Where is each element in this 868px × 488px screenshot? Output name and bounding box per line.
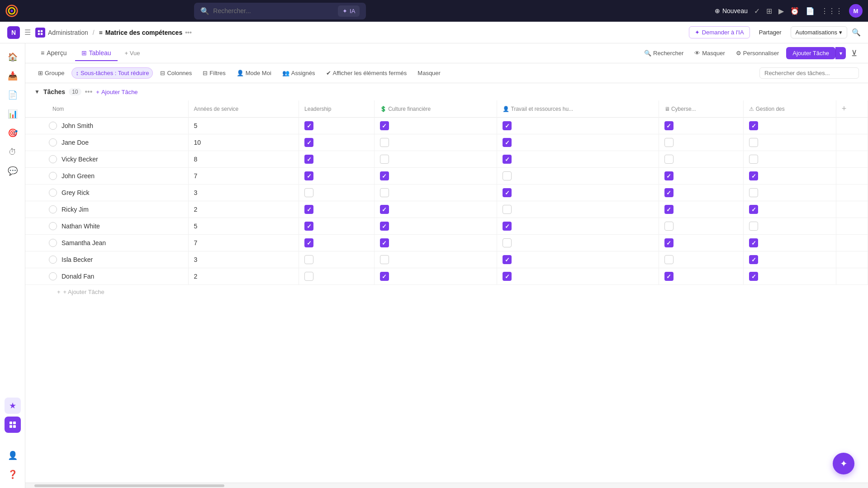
checkbox-checked[interactable] (664, 171, 674, 180)
checkbox-checked[interactable] (380, 222, 389, 231)
cell-gestion[interactable] (744, 218, 836, 235)
checkbox-empty[interactable] (664, 138, 674, 147)
checkbox-empty[interactable] (304, 188, 313, 197)
checkbox-empty[interactable] (749, 222, 758, 231)
cell-gestion[interactable] (744, 268, 836, 285)
checkbox-checked[interactable] (749, 121, 758, 130)
checkbox-checked[interactable] (304, 238, 313, 247)
cell-work[interactable] (497, 201, 659, 218)
col-add[interactable]: + (836, 100, 868, 118)
checkbox-empty[interactable] (380, 155, 389, 164)
mode-me-button[interactable]: 👤 Mode Moi (233, 68, 275, 78)
checkbox-checked[interactable] (749, 272, 758, 281)
checkbox-empty[interactable] (503, 205, 512, 214)
checkbox-checked[interactable] (380, 205, 389, 214)
cell-gestion[interactable] (744, 251, 836, 268)
add-task-inline[interactable]: + + Ajouter Tâche (25, 285, 868, 299)
new-button[interactable]: ⊕ Nouveau (715, 7, 748, 14)
checkbox-checked[interactable] (664, 121, 674, 130)
search-nav-icon[interactable]: 🔍 (852, 28, 861, 37)
checkbox-checked[interactable] (503, 188, 512, 197)
video-icon[interactable]: ▶ (778, 7, 784, 15)
checkbox-empty[interactable] (749, 138, 758, 147)
checkbox-checked[interactable] (664, 188, 674, 197)
checkbox-empty[interactable] (664, 255, 674, 264)
grid-icon[interactable]: ⊞ (766, 7, 772, 15)
cell-leadership[interactable] (299, 218, 375, 235)
checkbox-empty[interactable] (503, 171, 512, 180)
sidebar-item-home[interactable]: 🏠 (5, 49, 21, 65)
cell-leadership[interactable] (299, 268, 375, 285)
row-radio[interactable] (49, 222, 57, 230)
cell-work[interactable] (497, 185, 659, 201)
checkbox-checked[interactable] (503, 155, 512, 164)
row-radio[interactable] (49, 155, 57, 163)
checkbox-empty[interactable] (664, 155, 674, 164)
checkbox-checked[interactable] (503, 121, 512, 130)
sidebar-item-docs[interactable]: 📄 (5, 87, 21, 103)
check-icon[interactable]: ✓ (754, 7, 760, 15)
cell-work[interactable] (497, 118, 659, 134)
checkbox-empty[interactable] (749, 155, 758, 164)
horizontal-scrollbar[interactable] (25, 483, 868, 488)
cell-cyber[interactable] (659, 218, 744, 235)
sidebar-item-grid[interactable] (5, 417, 21, 433)
checkbox-checked[interactable] (304, 138, 313, 147)
checkbox-checked[interactable] (304, 205, 313, 214)
cell-culture[interactable] (374, 235, 497, 251)
checkbox-checked[interactable] (304, 155, 313, 164)
show-closed-button[interactable]: ✔ Afficher les éléments fermés (323, 68, 411, 78)
columns-button[interactable]: ⊟ Colonnes (157, 68, 195, 78)
checkbox-empty[interactable] (380, 255, 389, 264)
cell-gestion[interactable] (744, 201, 836, 218)
avatar[interactable]: M (849, 4, 863, 18)
checkbox-checked[interactable] (749, 171, 758, 180)
cell-work[interactable] (497, 218, 659, 235)
subtasks-button[interactable]: ↕ Sous-tâches : Tout réduire (71, 67, 153, 79)
doc-icon[interactable]: 📄 (806, 7, 815, 15)
clock-icon[interactable]: ⏰ (790, 7, 799, 15)
checkbox-empty[interactable] (664, 222, 674, 231)
cell-leadership[interactable] (299, 235, 375, 251)
cell-cyber[interactable] (659, 201, 744, 218)
ai-button[interactable]: ✦ IA (338, 5, 360, 17)
row-radio[interactable] (49, 122, 57, 130)
cell-cyber[interactable] (659, 168, 744, 185)
cell-cyber[interactable] (659, 118, 744, 134)
section-more-icon[interactable]: ••• (85, 88, 93, 96)
sidebar-item-favorites[interactable]: ★ (5, 398, 21, 414)
checkbox-empty[interactable] (503, 238, 512, 247)
cell-cyber[interactable] (659, 235, 744, 251)
checkbox-checked[interactable] (503, 138, 512, 147)
cell-leadership[interactable] (299, 134, 375, 151)
row-radio[interactable] (49, 138, 57, 147)
checkbox-checked[interactable] (664, 238, 674, 247)
checkbox-checked[interactable] (380, 121, 389, 130)
breadcrumb-workspace[interactable]: Administration (48, 29, 88, 36)
checkbox-empty[interactable] (749, 188, 758, 197)
cell-leadership[interactable] (299, 201, 375, 218)
cell-gestion[interactable] (744, 185, 836, 201)
cell-cyber[interactable] (659, 134, 744, 151)
cell-leadership[interactable] (299, 251, 375, 268)
checkbox-checked[interactable] (503, 255, 512, 264)
cell-gestion[interactable] (744, 118, 836, 134)
cell-culture[interactable] (374, 251, 497, 268)
checkbox-empty[interactable] (304, 255, 313, 264)
row-radio[interactable] (49, 189, 57, 197)
add-task-button[interactable]: Ajouter Tâche (786, 47, 835, 59)
sidebar-item-people[interactable]: 👤 (5, 447, 21, 464)
checkbox-checked[interactable] (749, 238, 758, 247)
sidebar-item-chat[interactable]: 💬 (5, 163, 21, 179)
workspace-badge[interactable]: N (7, 26, 20, 39)
cell-work[interactable] (497, 251, 659, 268)
checkbox-checked[interactable] (749, 255, 758, 264)
more-dots-icon[interactable]: ••• (185, 29, 192, 36)
mask-button[interactable]: 👁 Masquer (691, 48, 729, 58)
row-radio[interactable] (49, 239, 57, 247)
assigned-button[interactable]: 👥 Assignés (279, 68, 319, 78)
section-add-task[interactable]: + Ajouter Tâche (96, 89, 138, 95)
checkbox-checked[interactable] (503, 222, 512, 231)
cell-gestion[interactable] (744, 134, 836, 151)
cell-leadership[interactable] (299, 185, 375, 201)
